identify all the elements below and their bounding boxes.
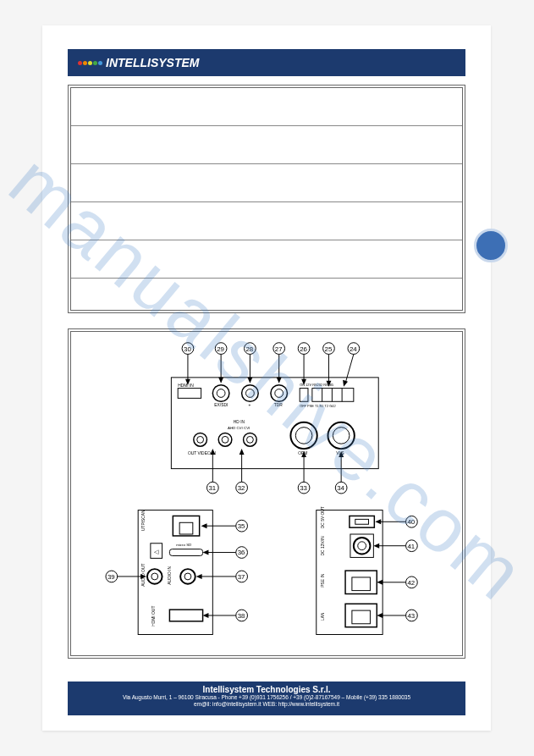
callout-39: 39 <box>106 571 146 582</box>
tdr-label: TDR <box>274 403 283 407</box>
dc12v-label: DC 12V/IN <box>321 536 325 556</box>
logo-dots-icon <box>78 61 102 65</box>
svg-text:42: 42 <box>408 579 416 587</box>
svg-point-22 <box>333 428 350 444</box>
footer-company: Intellisystem Technologies S.r.l. <box>73 685 460 694</box>
svg-rect-77 <box>169 610 202 621</box>
hdin-label: HD IN <box>234 420 245 424</box>
header-bar: INTELLISYSTEM <box>68 49 465 76</box>
svg-rect-107 <box>352 610 371 624</box>
callout-37: 37 <box>196 571 248 582</box>
svg-point-3 <box>217 389 225 398</box>
svg-marker-119 <box>377 580 383 585</box>
svg-text:38: 38 <box>238 612 245 620</box>
callout-26: 26 <box>298 343 310 385</box>
callout-30: 30 <box>182 343 194 385</box>
callout-24: 24 <box>343 343 360 387</box>
callout-36: 36 <box>203 547 248 559</box>
footer-bar: Intellisystem Technologies S.r.l. Via Au… <box>68 682 465 715</box>
svg-marker-50 <box>343 380 348 387</box>
svg-rect-1 <box>178 389 201 399</box>
exsdi-label: EX/SDI <box>214 403 228 407</box>
callout-41: 41 <box>373 540 417 552</box>
svg-text:25: 25 <box>325 345 333 353</box>
callout-33: 33 <box>298 451 310 494</box>
svg-marker-85 <box>203 550 209 555</box>
svg-text:39: 39 <box>107 573 115 581</box>
svg-rect-99 <box>350 516 374 527</box>
svg-point-14 <box>197 436 204 443</box>
svg-text:28: 28 <box>246 345 254 353</box>
svg-point-15 <box>218 433 232 446</box>
svg-marker-115 <box>373 544 379 549</box>
utp-label: UTP/SCAN <box>141 510 146 531</box>
svg-text:32: 32 <box>238 484 245 492</box>
svg-marker-111 <box>375 519 381 524</box>
callout-40: 40 <box>375 516 417 527</box>
svg-point-5 <box>246 389 255 398</box>
svg-point-6 <box>271 385 288 402</box>
svg-rect-98 <box>317 510 383 635</box>
svg-point-20 <box>295 428 312 444</box>
svg-point-16 <box>222 436 228 443</box>
callout-25: 25 <box>323 343 335 387</box>
callout-32: 32 <box>236 449 248 494</box>
svg-point-17 <box>244 433 257 446</box>
svg-marker-89 <box>196 574 202 579</box>
table-row <box>71 202 462 240</box>
table-row <box>71 88 462 126</box>
footer-contact: em@il: info@intellisystem.it WEB: http:/… <box>73 701 460 708</box>
svg-point-76 <box>151 573 158 580</box>
table-row <box>71 164 462 202</box>
page-number-badge <box>474 229 508 262</box>
brand-name: INTELLISYSTEM <box>106 56 199 69</box>
svg-line-49 <box>345 354 354 383</box>
document-page: INTELLISYSTEM HDMI IN EX/SDI + <box>42 25 491 731</box>
hdmi-in-label: HDMI IN <box>178 384 194 388</box>
svg-point-18 <box>246 436 253 443</box>
svg-marker-81 <box>201 523 207 528</box>
svg-text:33: 33 <box>300 484 307 492</box>
svg-text:43: 43 <box>408 612 416 620</box>
svg-text:◁: ◁ <box>154 549 159 555</box>
svg-point-4 <box>242 385 259 402</box>
svg-rect-100 <box>355 519 369 524</box>
svg-marker-30 <box>218 378 223 384</box>
svg-point-21 <box>328 422 354 449</box>
svg-text:29: 29 <box>217 345 224 353</box>
svg-point-2 <box>212 385 229 402</box>
svg-marker-34 <box>247 378 252 384</box>
svg-rect-8 <box>300 389 308 402</box>
svg-marker-93 <box>203 613 209 618</box>
callout-38: 38 <box>203 610 248 621</box>
svg-marker-38 <box>277 378 282 384</box>
svg-point-19 <box>290 422 317 449</box>
svg-marker-123 <box>377 613 383 618</box>
table-frame <box>68 85 465 313</box>
svg-text:36: 36 <box>238 549 245 556</box>
microsd-label: micro SD <box>176 543 191 547</box>
svg-rect-9 <box>312 389 354 402</box>
callout-31: 31 <box>206 449 218 494</box>
left-panel: UTP/SCAN ◁ micro SD AUDIO IN AUDIO OUT H… <box>138 510 212 635</box>
lan-label: LAN <box>321 612 325 621</box>
table-row <box>71 240 462 279</box>
svg-rect-105 <box>352 577 371 591</box>
ahd-label: AHD CVI CVI <box>228 426 250 430</box>
svg-marker-58 <box>239 449 245 455</box>
svg-text:30: 30 <box>184 345 191 353</box>
svg-point-75 <box>147 569 162 584</box>
svg-point-102 <box>358 542 366 550</box>
table-row <box>71 126 462 164</box>
switch-off-label: OFF PSE T1 R1 T2 G42 <box>300 404 335 408</box>
svg-rect-68 <box>173 516 199 536</box>
table-row <box>71 279 462 317</box>
connector-diagram: HDMI IN EX/SDI + TDR ON 12V RS232 RS485 … <box>68 328 465 659</box>
svg-rect-70 <box>169 549 202 556</box>
svg-text:35: 35 <box>238 522 245 530</box>
top-panel: HDMI IN EX/SDI + TDR ON 12V RS232 RS485 … <box>171 378 378 469</box>
right-panel: DC 5V OUT DC 12V/IN PSE IN LAN <box>317 506 383 634</box>
svg-text:31: 31 <box>208 484 216 492</box>
svg-text:41: 41 <box>408 543 416 550</box>
dc5v-label: DC 5V OUT <box>321 506 325 528</box>
